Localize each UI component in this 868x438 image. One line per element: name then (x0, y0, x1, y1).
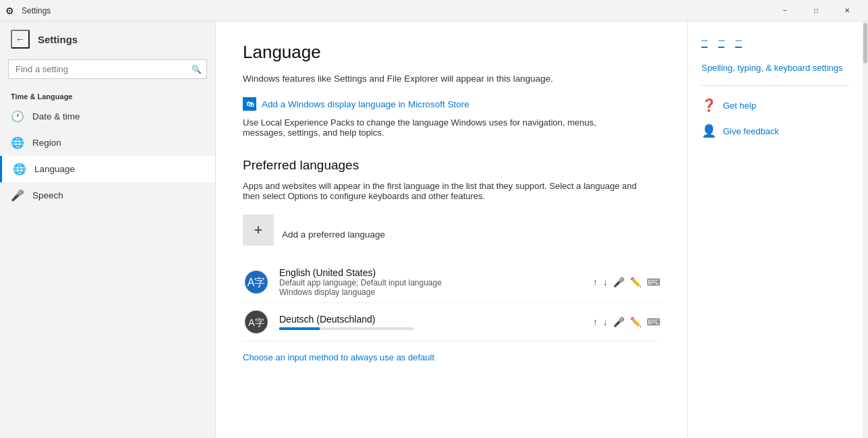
get-help-label: Get help (723, 101, 756, 111)
top-link-2[interactable]: ─ (718, 35, 724, 48)
en-us-flag: A字 (243, 269, 270, 296)
de-de-icons: ↑ ↓ 🎤 ✏️ ⌨ (593, 317, 660, 327)
app-container: ← Settings 🔍 Time & Language 🕐 Date & ti… (0, 22, 868, 438)
de-de-info: Deutsch (Deutschland) (279, 314, 583, 330)
de-de-microphone-icon[interactable]: 🎤 (613, 317, 625, 327)
title-bar: ⚙ Settings − □ ✕ (0, 0, 868, 22)
top-nav-links: ─ ─ ─ (701, 35, 849, 48)
top-link-3[interactable]: ─ (735, 35, 741, 48)
store-desc: Use Local Experience Packs to change the… (243, 117, 634, 138)
add-lang-button[interactable]: + (243, 215, 274, 246)
search-box: 🔍 (8, 59, 207, 79)
language-icon: 🌐 (13, 163, 26, 175)
right-panel: ─ ─ ─ Spelling, typing, & keyboard setti… (687, 22, 863, 438)
sidebar-item-region[interactable]: 🌐 Region (0, 130, 215, 156)
main-content: Language Windows features like Settings … (216, 22, 687, 438)
title-bar-title: Settings (22, 6, 770, 16)
preferred-heading: Preferred languages (243, 158, 660, 173)
close-button[interactable]: ✕ (832, 0, 863, 22)
sidebar-section-label: Time & Language (0, 84, 215, 103)
sidebar: ← Settings 🔍 Time & Language 🕐 Date & ti… (0, 22, 216, 438)
de-de-progress (279, 327, 320, 330)
lang-item-de-de: A字 Deutsch (Deutschland) ↑ ↓ 🎤 ✏️ ⌨ (243, 303, 660, 341)
sidebar-header: ← Settings (0, 22, 215, 57)
en-us-name: English (United States) (279, 267, 583, 278)
en-us-keyboard-icon[interactable]: ⌨ (647, 277, 660, 288)
en-us-handwriting-icon[interactable]: ✏️ (630, 277, 641, 288)
get-help-link[interactable]: ❓ Get help (701, 94, 849, 117)
add-lang-label: Add a preferred language (282, 229, 385, 240)
window-controls: − □ ✕ (770, 0, 863, 22)
spelling-typing-link-text: Spelling, typing, & keyboard settings (701, 63, 843, 73)
de-de-loading-bar (279, 327, 414, 330)
speech-icon: 🎤 (11, 189, 24, 202)
search-icon: 🔍 (192, 65, 202, 74)
give-feedback-link[interactable]: 👤 Give feedback (701, 119, 849, 142)
de-de-keyboard-icon[interactable]: ⌨ (647, 317, 660, 327)
lang-item-en-us: A字 English (United States) Default app l… (243, 262, 660, 303)
de-de-flag: A字 (243, 308, 270, 335)
region-icon: 🌐 (11, 136, 24, 149)
de-de-name: Deutsch (Deutschland) (279, 314, 583, 325)
sidebar-item-speech-label: Speech (32, 190, 63, 200)
en-us-meta1: Default app language; Default input lang… (279, 278, 583, 288)
ms-store-link[interactable]: 🛍 Add a Windows display language in Micr… (243, 97, 660, 111)
choose-input-link[interactable]: Choose an input method to always use as … (243, 352, 434, 362)
svg-text:A字: A字 (248, 277, 266, 288)
en-us-move-up-icon[interactable]: ↑ (593, 277, 598, 288)
sidebar-item-date-time[interactable]: 🕐 Date & time (0, 103, 215, 130)
sidebar-item-date-time-label: Date & time (32, 111, 80, 121)
give-feedback-icon: 👤 (701, 124, 716, 138)
sidebar-item-language[interactable]: 🌐 Language (0, 156, 215, 182)
settings-icon: ⚙ (5, 5, 16, 16)
divider (701, 85, 849, 86)
search-input[interactable] (8, 59, 207, 79)
spelling-typing-link[interactable]: Spelling, typing, & keyboard settings (701, 59, 849, 77)
en-us-icons: ↑ ↓ 🎤 ✏️ ⌨ (593, 277, 660, 288)
en-us-meta2: Windows display language (279, 288, 583, 297)
de-de-move-up-icon[interactable]: ↑ (593, 317, 598, 327)
de-de-move-down-icon[interactable]: ↓ (603, 317, 608, 327)
back-button[interactable]: ← (11, 30, 30, 49)
sidebar-item-region-label: Region (32, 138, 61, 148)
sidebar-app-title: Settings (38, 34, 78, 45)
date-time-icon: 🕐 (11, 110, 24, 123)
top-link-1[interactable]: ─ (701, 35, 707, 48)
give-feedback-label: Give feedback (723, 126, 779, 136)
scrollbar[interactable] (863, 22, 868, 438)
maximize-button[interactable]: □ (801, 0, 832, 22)
add-lang-row: + Add a preferred language (243, 215, 660, 254)
sidebar-item-language-label: Language (34, 164, 75, 174)
en-us-move-down-icon[interactable]: ↓ (603, 277, 608, 288)
ms-store-icon: 🛍 (243, 97, 256, 111)
svg-text:A字: A字 (248, 317, 264, 328)
en-us-microphone-icon[interactable]: 🎤 (613, 277, 625, 288)
sidebar-item-speech[interactable]: 🎤 Speech (0, 182, 215, 209)
en-us-info: English (United States) Default app lang… (279, 267, 583, 297)
page-title: Language (243, 42, 660, 63)
ms-store-link-text: Add a Windows display language in Micros… (262, 99, 469, 109)
get-help-icon: ❓ (701, 98, 716, 113)
minimize-button[interactable]: − (770, 0, 801, 22)
page-desc: Windows features like Settings and File … (243, 74, 660, 84)
preferred-desc: Apps and websites will appear in the fir… (243, 181, 647, 201)
scrollbar-thumb[interactable] (863, 23, 867, 63)
de-de-handwriting-icon[interactable]: ✏️ (630, 317, 641, 327)
